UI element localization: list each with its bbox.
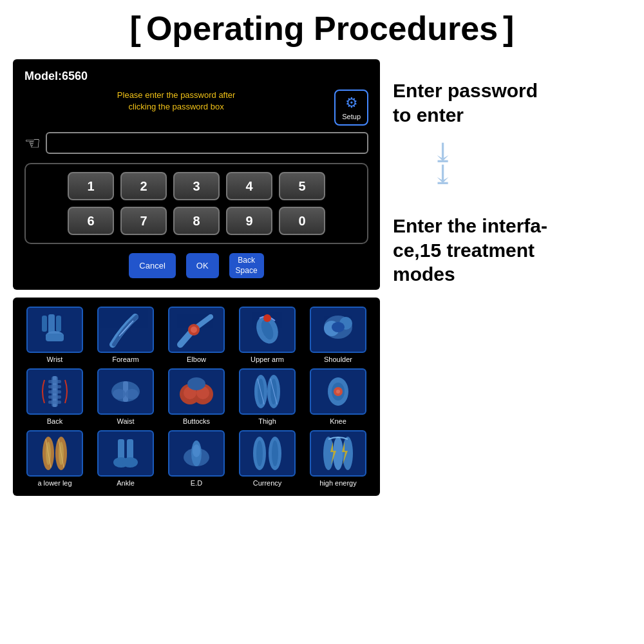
key-4[interactable]: 4 (226, 172, 272, 200)
elbow-image (168, 307, 225, 353)
password-instructions: Please enter the password after clicking… (24, 90, 328, 113)
desc-block-2: Enter the interfa- ce,15 treatment modes (393, 194, 547, 287)
upper-arm-label: Upper arm (251, 355, 284, 363)
body-item-thigh[interactable]: Thigh (234, 368, 300, 425)
ed-image (168, 430, 225, 477)
svg-rect-1 (48, 314, 55, 334)
desc-text-2: Enter the interfa- ce,15 treatment modes (393, 214, 547, 287)
waist-label: Waist (117, 417, 134, 425)
body-item-wrist[interactable]: Wrist (22, 307, 88, 363)
svg-rect-28 (48, 401, 61, 404)
svg-point-15 (263, 314, 271, 322)
body-screen: Wrist (13, 298, 380, 496)
title-section: [ Operating Procedures ] (0, 0, 644, 53)
svg-point-33 (126, 389, 138, 399)
key-1[interactable]: 1 (68, 172, 114, 200)
back-label: Back (47, 417, 62, 425)
key-3[interactable]: 3 (173, 172, 220, 200)
lower-leg-image (26, 430, 83, 477)
arrow-down-icon: ⤓⤓ (431, 142, 454, 185)
currency-image (239, 430, 296, 477)
body-item-waist[interactable]: Waist (93, 368, 158, 425)
svg-rect-52 (29, 433, 80, 474)
svg-point-39 (187, 377, 205, 390)
gear-icon: ⚙ (345, 95, 358, 111)
model-text: Model:6560 (24, 70, 368, 83)
body-item-forearm[interactable]: Forearm (93, 307, 158, 363)
svg-rect-60 (118, 439, 124, 460)
svg-point-71 (256, 440, 263, 466)
body-item-ankle[interactable]: Ankle (93, 430, 158, 487)
svg-rect-26 (48, 390, 61, 393)
body-item-buttocks[interactable]: Buttocks (164, 368, 229, 425)
numpad-row-2: 6 7 8 9 0 (33, 207, 359, 235)
body-item-lower-leg[interactable]: a lower leg (22, 430, 88, 487)
setup-button[interactable]: ⚙ Setup (334, 90, 368, 126)
key-9[interactable]: 9 (226, 207, 272, 235)
key-7[interactable]: 7 (120, 207, 167, 235)
body-item-upper-arm[interactable]: Upper arm (234, 307, 300, 363)
action-buttons-row: Cancel OK BackSpace (24, 253, 368, 278)
ok-button[interactable]: OK (186, 253, 219, 278)
svg-rect-24 (48, 380, 61, 383)
desc-text-1: Enter password to enter (393, 79, 538, 127)
bracket-right: ] (503, 12, 514, 45)
svg-point-72 (272, 440, 278, 466)
hand-icon: ☞ (24, 133, 41, 154)
body-item-shoulder[interactable]: Shoulder (305, 307, 371, 363)
key-6[interactable]: 6 (68, 207, 114, 235)
svg-point-20 (332, 322, 345, 332)
svg-rect-68 (242, 433, 293, 474)
svg-point-51 (336, 390, 340, 393)
svg-rect-2 (56, 316, 61, 332)
upper-arm-image (239, 307, 296, 353)
forearm-image (97, 307, 154, 353)
right-column: Enter password to enter ⤓⤓ Enter the int… (393, 59, 631, 287)
cancel-button[interactable]: Cancel (129, 253, 175, 278)
body-item-currency[interactable]: Currency (234, 430, 300, 487)
svg-rect-61 (127, 439, 133, 460)
svg-rect-3 (42, 316, 47, 332)
wrist-label: Wrist (47, 355, 63, 363)
key-0[interactable]: 0 (279, 207, 325, 235)
currency-label: Currency (253, 479, 282, 487)
hand-input-row: ☞ (24, 132, 368, 154)
bracket-left: [ (130, 12, 141, 45)
ankle-image (97, 430, 154, 477)
thigh-image (239, 368, 296, 415)
svg-point-67 (193, 444, 200, 457)
password-input-box[interactable] (46, 132, 368, 154)
svg-point-11 (191, 327, 197, 333)
body-grid: Wrist (22, 307, 371, 487)
shoulder-label: Shoulder (324, 355, 352, 363)
buttocks-image (168, 368, 225, 415)
svg-point-32 (113, 389, 126, 399)
body-item-elbow[interactable]: Elbow (164, 307, 229, 363)
forearm-label: Forearm (112, 355, 139, 363)
body-item-high-energy[interactable]: high energy (305, 430, 371, 487)
ankle-label: Ankle (117, 479, 135, 487)
thigh-label: Thigh (258, 417, 276, 425)
page-title: Operating Procedures (146, 12, 498, 45)
numpad-row-1: 1 2 3 4 5 (33, 172, 359, 200)
back-image (26, 368, 83, 415)
body-item-ed[interactable]: E.D (164, 430, 229, 487)
svg-rect-59 (100, 433, 151, 474)
key-2[interactable]: 2 (120, 172, 167, 200)
svg-rect-5 (46, 334, 64, 341)
key-5[interactable]: 5 (279, 172, 325, 200)
svg-rect-25 (48, 385, 61, 388)
svg-point-63 (122, 457, 138, 468)
desc-block-1: Enter password to enter (393, 79, 538, 133)
body-item-back[interactable]: Back (22, 368, 88, 425)
high-energy-label: high energy (319, 479, 357, 487)
main-layout: Model:6560 Please enter the password aft… (0, 53, 644, 502)
key-8[interactable]: 8 (173, 207, 220, 235)
backspace-button[interactable]: BackSpace (229, 253, 264, 278)
svg-point-76 (343, 437, 353, 470)
password-screen: Model:6560 Please enter the password aft… (13, 59, 380, 290)
high-energy-image (310, 430, 366, 477)
setup-label: Setup (342, 113, 361, 120)
buttocks-label: Buttocks (183, 417, 210, 425)
body-item-knee[interactable]: Knee (305, 368, 371, 425)
